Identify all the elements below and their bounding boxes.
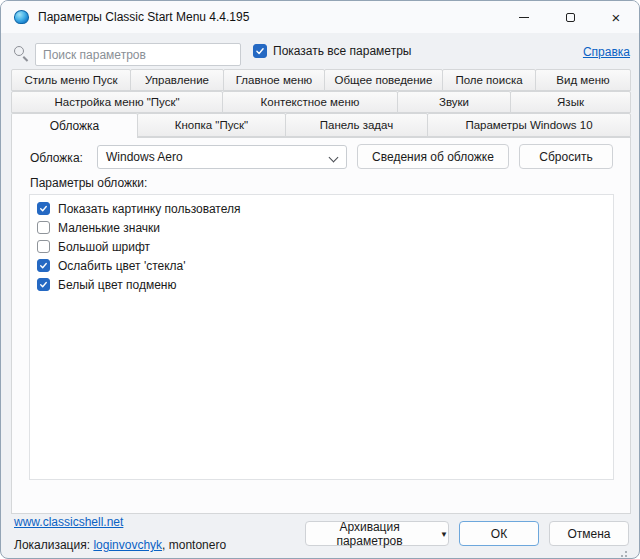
close-icon: × [612, 10, 621, 25]
option-checkbox[interactable] [37, 202, 50, 215]
titlebar: Параметры Classic Start Menu 4.4.195 × [1, 1, 639, 33]
minimize-button[interactable] [501, 1, 547, 33]
tab-row-1: Стиль меню Пуск Управление Главное меню … [11, 69, 631, 91]
dropdown-arrow-icon: ▼ [440, 530, 448, 539]
search-input[interactable] [35, 43, 241, 66]
option-label: Большой шрифт [58, 240, 150, 254]
option-checkbox[interactable] [37, 259, 50, 272]
tab-row-2: Настройка меню "Пуск" Контекстное меню З… [11, 91, 631, 113]
window-controls: × [501, 1, 639, 33]
show-all-label: Показать все параметры [273, 44, 411, 58]
tab-row-3: Обложка Кнопка "Пуск" Панель задач Парам… [11, 113, 631, 137]
option-label: Белый цвет подменю [58, 278, 177, 292]
tab-context-menu[interactable]: Контекстное меню [222, 91, 398, 113]
tab-general-behavior[interactable]: Общее поведение [324, 69, 443, 91]
tab-search-box[interactable]: Поле поиска [442, 69, 536, 91]
classic-shell-icon [14, 10, 29, 24]
reset-button[interactable]: Сбросить [519, 144, 613, 169]
option-label: Маленькие значки [58, 221, 160, 235]
option-checkbox[interactable] [37, 278, 50, 291]
tab-skin[interactable]: Обложка [11, 113, 138, 138]
window-title: Параметры Classic Start Menu 4.4.195 [38, 10, 249, 24]
skin-options-label: Параметры обложки: [30, 176, 147, 190]
localization-label: Локализация: [14, 538, 90, 552]
maximize-icon [566, 13, 575, 22]
tab-sounds[interactable]: Звуки [397, 91, 511, 113]
maximize-button[interactable] [547, 1, 593, 33]
tab-start-menu-style[interactable]: Стиль меню Пуск [11, 69, 131, 91]
skin-options-list: Показать картинку пользователя Маленькие… [29, 194, 614, 480]
option-label: Показать картинку пользователя [58, 202, 240, 216]
toolbar: Показать все параметры Справка [1, 33, 639, 69]
tab-windows10-settings[interactable]: Параметры Windows 10 [427, 113, 631, 137]
tab-controls[interactable]: Управление [130, 69, 224, 91]
show-all-checkbox[interactable] [253, 44, 267, 58]
list-item[interactable]: Ослабить цвет 'стекла' [30, 256, 613, 275]
tab-menu-look[interactable]: Вид меню [535, 69, 631, 91]
settings-window: Параметры Classic Start Menu 4.4.195 × П… [0, 0, 640, 559]
resize-grip[interactable] [625, 551, 627, 553]
list-item[interactable]: Большой шрифт [30, 237, 613, 256]
search-icon [14, 46, 24, 56]
tab-taskbar[interactable]: Панель задач [285, 113, 428, 137]
skin-tab-page: Обложка: Windows Aero Сведения об обложк… [11, 137, 631, 514]
option-checkbox[interactable] [37, 221, 50, 234]
tab-start-button[interactable]: Кнопка "Пуск" [137, 113, 286, 137]
skin-selected-value: Windows Aero [106, 150, 183, 164]
backup-settings-button[interactable]: Архивация параметров ▼ [305, 521, 449, 546]
localization-author-link[interactable]: loginvovchyk [93, 538, 162, 552]
localization-rest: , montonero [162, 538, 226, 552]
list-item[interactable]: Маленькие значки [30, 218, 613, 237]
chevron-down-icon [329, 153, 339, 163]
ok-button[interactable]: ОК [459, 521, 539, 546]
skin-label: Обложка: [30, 151, 83, 165]
option-checkbox[interactable] [37, 240, 50, 253]
close-button[interactable]: × [593, 1, 639, 33]
show-all-parameters-toggle[interactable]: Показать все параметры [253, 44, 411, 58]
help-link[interactable]: Справка [583, 45, 630, 59]
classicshell-site-link[interactable]: www.classicshell.net [14, 515, 123, 529]
list-item[interactable]: Белый цвет подменю [30, 275, 613, 294]
localization-line: Локализация: loginvovchyk, montonero [14, 538, 226, 552]
about-skin-button[interactable]: Сведения об обложке [357, 144, 509, 169]
cancel-button[interactable]: Отмена [549, 521, 629, 546]
tab-language[interactable]: Язык [510, 91, 631, 113]
option-label: Ослабить цвет 'стекла' [58, 259, 186, 273]
skin-select[interactable]: Windows Aero [97, 145, 347, 169]
minimize-icon [519, 17, 529, 18]
list-item[interactable]: Показать картинку пользователя [30, 199, 613, 218]
tab-main-menu[interactable]: Главное меню [223, 69, 325, 91]
tab-customize-start-menu[interactable]: Настройка меню "Пуск" [11, 91, 223, 113]
